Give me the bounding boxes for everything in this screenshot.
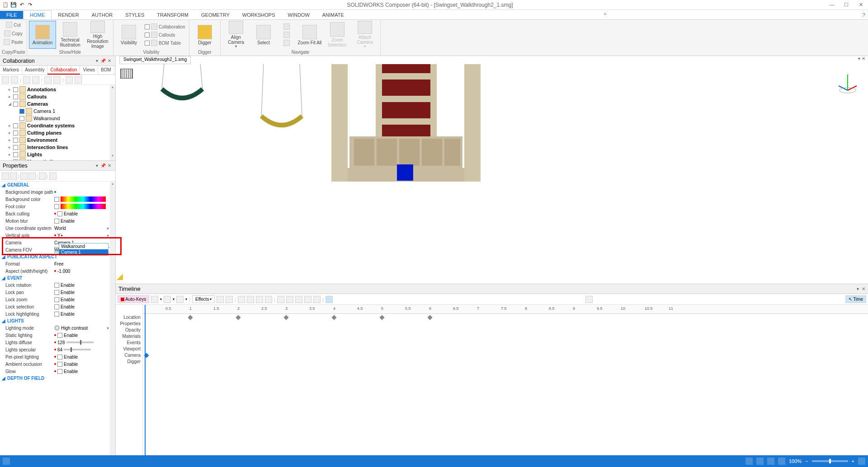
lock-hl-check[interactable] [54,312,59,317]
panel-close-icon[interactable]: ✕ [106,58,113,63]
zoom-slider[interactable] [812,460,848,462]
static-light-check[interactable] [57,333,62,338]
dd-camera1[interactable]: Camera 1 [59,249,108,255]
select-button[interactable]: Select [250,21,277,49]
tech-illustration-button[interactable]: Technical Illustration [57,21,84,49]
zoom-out-icon[interactable]: − [805,458,808,464]
lock-sel-check[interactable] [54,304,59,309]
nav-icon-2[interactable] [283,32,290,38]
sb-icon-3[interactable] [756,458,764,465]
panel-pin-icon[interactable]: 📌 [100,58,106,63]
undo-icon[interactable]: ↶ [18,1,25,9]
highres-button[interactable]: High Resolution Image [84,21,111,49]
tl-tb-2[interactable] [164,296,171,303]
camera-dropdown[interactable]: Walkaround Camera 1 [59,243,108,256]
toolbar-icon-1[interactable] [2,76,9,84]
tree-item-magnetic-lines[interactable]: ▸Magnetic lines [1,158,114,161]
tl-play-icon[interactable] [265,296,272,303]
panel-dropdown-icon[interactable]: ▾ [94,58,100,63]
scroll-down-icon[interactable]: ▾ [110,154,115,159]
tab-geometry[interactable]: GEOMETRY [195,11,236,19]
collab-tab-markers[interactable]: Markers [0,66,22,75]
attach-camera-button[interactable]: Attach Camera▾ [351,21,378,49]
tab-file[interactable]: FILE [0,11,23,19]
maximize-button[interactable]: ☐ [841,2,852,8]
props-pin-icon[interactable]: 📌 [100,163,106,168]
close-button[interactable]: ✕ [855,2,866,8]
sb-icon-6[interactable] [858,458,865,465]
tree-item-callouts[interactable]: ▸Callouts [1,93,114,100]
motion-blur-check[interactable] [54,219,59,224]
ppx-check[interactable] [57,355,62,360]
tl-tb-1[interactable] [151,296,158,303]
tree-item-intersection-lines[interactable]: ▸Intersection lines [1,144,114,151]
keyframe-5[interactable] [379,315,384,320]
minimize-button[interactable]: — [826,2,837,8]
collab-tab-collaboration[interactable]: Collaboration [47,66,80,75]
bg-color-picker[interactable] [61,196,106,202]
digger-button[interactable]: Digger [191,21,218,49]
tl-dropdown-icon[interactable]: ▾ [857,286,859,291]
tab-animate[interactable]: ANIMATE [316,11,350,19]
toolbar-icon-5[interactable] [44,76,52,84]
help-icon[interactable]: ? [860,12,868,18]
zoom-in-icon[interactable]: + [852,458,854,464]
props-tb-4[interactable] [28,173,36,180]
viewport-tab[interactable]: Swingset_Walkthrough2_1.smg [119,56,191,64]
props-close-icon[interactable]: ✕ [106,163,113,168]
keyframe-4[interactable] [331,315,336,320]
vp-dropdown-icon[interactable]: ▾ [858,56,860,61]
tree-item-annotations[interactable]: ▸Annotations [1,86,114,93]
keyframe-3[interactable] [283,315,288,320]
tl-loop-icon[interactable] [313,296,321,303]
props-tb-1[interactable] [2,173,9,180]
tab-workshops[interactable]: WORKSHOPS [236,11,282,19]
lock-rot-check[interactable] [54,283,59,288]
tl-zoom-icon[interactable] [585,296,593,303]
sb-icon-4[interactable] [767,458,774,465]
paste-button[interactable]: Paste [2,38,25,46]
visibility-button[interactable]: Visibility [115,21,142,49]
section-event[interactable]: ◢EVENT [0,275,115,281]
timeline-ruler[interactable]: 0.511.522.533.544.555.566.577.588.599.51… [143,305,868,314]
toolbar-icon-2[interactable] [11,76,18,84]
keyframe-6[interactable] [427,315,432,320]
props-tb-6[interactable] [49,173,57,180]
dd-walkaround[interactable]: Walkaround [59,243,108,249]
cut-button[interactable]: Cut [4,21,23,29]
tl-extra-icon[interactable] [326,296,333,303]
props-tb-2[interactable] [10,173,17,180]
nav-icon-3[interactable] [283,40,290,46]
tl-tb-3[interactable] [176,296,184,303]
tl-first-icon[interactable] [238,296,245,303]
tree-item-coordinate-systems[interactable]: ▸Coordinate systems [1,122,114,129]
tree-item-cameras[interactable]: ◢Cameras [1,100,114,107]
collaboration-tree[interactable]: ▸Annotations▸Callouts◢CamerasCamera 1Wal… [0,85,115,161]
callouts-check[interactable]: Callouts [143,31,187,39]
foot-color-picker[interactable] [61,204,106,209]
tl-back-icon[interactable] [256,296,263,303]
autokey-button[interactable]: Auto-Keys [118,295,149,303]
sb-icon-5[interactable] [778,458,785,465]
sb-icon-1[interactable] [3,458,10,465]
collab-tab-bom[interactable]: BOM [98,66,114,75]
tab-author[interactable]: AUTHOR [85,11,119,19]
toolbar-icon-7[interactable] [66,76,73,84]
toolbar-icon-8[interactable] [75,76,82,84]
time-button[interactable]: ↖Time [845,295,866,303]
tree-item-environment[interactable]: ▸Environment [1,136,114,144]
tl-fwd-icon[interactable] [286,296,293,303]
save-icon[interactable]: 💾 [10,1,17,9]
diffuse-slider[interactable] [66,341,94,343]
collab-tab-assembly[interactable]: Assembly [22,66,47,75]
vp-close-icon[interactable]: ✕ [862,56,865,61]
toolbar-icon-3[interactable] [23,76,30,84]
section-lights[interactable]: ◢LIGHTS [0,318,115,324]
tab-styles[interactable]: STYLES [119,11,151,19]
collab-check[interactable]: Collaboration [143,23,187,31]
tab-render[interactable]: RENDER [52,11,85,19]
glow-check[interactable] [57,369,62,374]
keyframe-1[interactable] [188,315,193,320]
corner-handle[interactable] [117,274,123,280]
viewport-3d[interactable] [116,64,868,281]
